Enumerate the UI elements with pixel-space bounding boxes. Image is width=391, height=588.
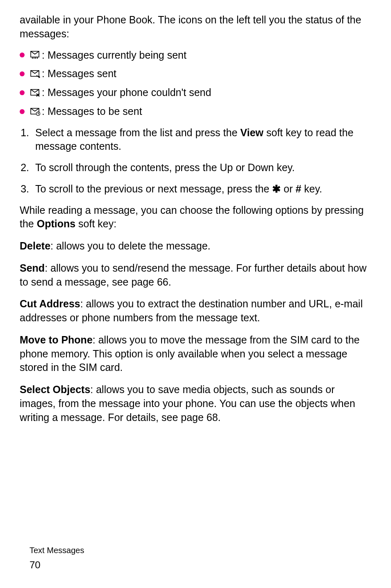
- option-title: Cut Address: [20, 298, 80, 309]
- step-text: Select a message from the list and press…: [35, 127, 240, 138]
- hash-key-icon: #: [296, 183, 301, 194]
- page-footer: Text Messages 70: [30, 545, 84, 572]
- step-text: To scroll to the previous or next messag…: [35, 183, 272, 194]
- text: soft key:: [75, 218, 116, 229]
- option-title: Send: [20, 262, 45, 274]
- icon-label: : Messages currently being sent: [42, 48, 186, 62]
- option-desc: : allows you to delete the message.: [50, 240, 211, 252]
- option-title: Select Objects: [20, 384, 90, 395]
- envelope-sending-icon: [30, 51, 40, 59]
- step-item: Select a message from the list and press…: [32, 126, 371, 154]
- bullet-icon: [20, 109, 25, 114]
- step-text: or: [284, 183, 296, 194]
- option-cut-address: Cut Address: allows you to extract the d…: [20, 297, 371, 325]
- svg-rect-3: [35, 57, 36, 59]
- svg-rect-2: [34, 57, 34, 59]
- envelope-failed-icon: [30, 89, 40, 97]
- step-item: To scroll to the previous or next messag…: [32, 182, 371, 196]
- bullet-icon: [20, 71, 25, 76]
- option-select-objects: Select Objects: allows you to save media…: [20, 383, 371, 424]
- intro-text: available in your Phone Book. The icons …: [20, 13, 371, 41]
- list-item: : Messages your phone couldn't send: [20, 86, 371, 100]
- envelope-sent-icon: [30, 70, 40, 78]
- option-title: Move to Phone: [20, 334, 93, 345]
- icon-label: : Messages sent: [42, 67, 116, 81]
- option-send: Send: allows you to send/resend the mess…: [20, 261, 371, 289]
- step-text: To scroll through the contents, press th…: [35, 162, 295, 173]
- steps-list: Select a message from the list and press…: [20, 126, 371, 196]
- section-title: Text Messages: [30, 545, 84, 556]
- svg-rect-4: [37, 57, 38, 59]
- option-desc: : allows you to send/resend the message.…: [20, 262, 366, 288]
- step-item: To scroll through the contents, press th…: [32, 161, 371, 175]
- list-item: : Messages sent: [20, 67, 371, 81]
- icon-label: : Messages to be sent: [42, 105, 142, 119]
- star-key-icon: ✱: [272, 183, 281, 194]
- list-item: : Messages to be sent: [20, 105, 371, 119]
- page-number: 70: [30, 558, 84, 572]
- option-move-to-phone: Move to Phone: allows you to move the me…: [20, 333, 371, 375]
- envelope-pending-icon: [30, 108, 40, 116]
- bullet-icon: [20, 90, 25, 95]
- step-text: key.: [304, 183, 322, 194]
- bullet-icon: [20, 53, 25, 57]
- option-delete: Delete: allows you to delete the message…: [20, 239, 371, 253]
- svg-rect-1: [32, 57, 33, 59]
- list-item: : Messages currently being sent: [20, 48, 371, 62]
- icon-label: : Messages your phone couldn't send: [42, 86, 211, 100]
- softkey-label: View: [240, 127, 264, 138]
- option-title: Delete: [20, 240, 50, 252]
- options-intro: While reading a message, you can choose …: [20, 204, 371, 231]
- softkey-label: Options: [37, 218, 75, 229]
- icon-status-list: : Messages currently being sent : Messag…: [20, 48, 371, 119]
